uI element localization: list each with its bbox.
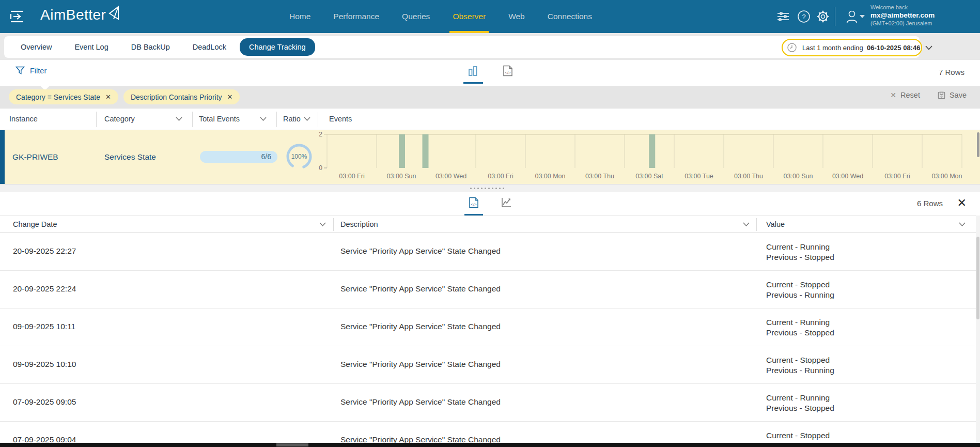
chart-view-icon[interactable]: [463, 63, 483, 82]
user-welcome-text: Welcome back: [870, 4, 935, 11]
tab[interactable]: DeadLock: [183, 38, 236, 56]
user-avatar-icon[interactable]: [845, 9, 859, 24]
brand-logo-icon: [107, 5, 120, 21]
events-timeline-chart[interactable]: 2003:00 Fri03:00 Sun03:00 Wed03:00 Fri03…: [318, 130, 980, 184]
change-value: Current - Running Previous - Stopped: [766, 393, 834, 413]
tab[interactable]: Overview: [11, 38, 61, 56]
instances-grid-header: Instance Category Total Events Ratio Eve…: [0, 108, 980, 130]
col-ratio-caret-icon[interactable]: [304, 117, 310, 121]
row-selection-accent: [0, 130, 5, 184]
horizontal-scrollbar[interactable]: [0, 443, 980, 447]
nav-item[interactable]: Home: [289, 0, 310, 33]
change-row[interactable]: 07-09-2025 09:05 Service "Priority App S…: [0, 384, 980, 422]
filter-chip-row: Category = Services State ✕ Description …: [0, 86, 980, 108]
column-divider: [276, 112, 277, 127]
svg-text:03:00 Thu: 03:00 Thu: [585, 173, 614, 180]
save-button[interactable]: Save: [938, 91, 967, 99]
change-value: Current - Running Previous - Stopped: [766, 242, 834, 263]
value-previous: Previous - Stopped: [766, 328, 834, 338]
nav-item[interactable]: Connections: [548, 0, 592, 33]
nav-item[interactable]: Web: [508, 0, 525, 33]
user-menu-caret-icon[interactable]: [860, 15, 865, 18]
instance-name[interactable]: GK-PRIWEB: [12, 152, 58, 162]
close-detail-icon[interactable]: ✕: [957, 196, 967, 210]
filter-chip[interactable]: Description Contains Priority ✕: [123, 89, 240, 104]
col-instance[interactable]: Instance: [9, 115, 38, 123]
filters-sliders-icon[interactable]: [776, 10, 790, 23]
col-change-date[interactable]: Change Date: [13, 220, 57, 228]
col-description[interactable]: Description: [340, 220, 378, 228]
nav-item[interactable]: Performance: [333, 0, 379, 33]
upper-rows-count: 7 Rows: [939, 68, 965, 76]
col-ratio[interactable]: Ratio: [283, 115, 301, 123]
col-category[interactable]: Category: [104, 115, 135, 123]
col-value-caret-icon[interactable]: [959, 222, 966, 226]
col-events[interactable]: Events: [329, 115, 352, 123]
svg-text:03:00 Mon: 03:00 Mon: [535, 173, 565, 180]
reset-x-icon: ✕: [890, 91, 896, 99]
value-current: Current - Stopped: [766, 355, 834, 365]
col-total-events-caret-icon[interactable]: [260, 117, 267, 121]
change-value: Current - Running Previous - Stopped: [766, 317, 834, 338]
col-value[interactable]: Value: [766, 220, 785, 228]
date-range-caret-icon: [925, 45, 932, 50]
change-description: Service "Priority App Service" State Cha…: [340, 322, 501, 331]
column-divider: [192, 112, 193, 127]
chip-remove-icon[interactable]: ✕: [227, 93, 233, 101]
tab[interactable]: Change Tracking: [240, 38, 315, 56]
value-previous: Previous - Running: [766, 290, 834, 300]
lower-scrollbar-thumb[interactable]: [976, 237, 979, 319]
main-nav: HomePerformanceQueriesObserverWebConnect…: [289, 0, 592, 33]
panel-resize-handle[interactable]: [0, 184, 980, 192]
value-previous: Previous - Stopped: [766, 403, 834, 413]
value-current: Current - Stopped: [766, 430, 834, 441]
ratio-value: 100%: [285, 153, 313, 160]
sidebar-toggle-icon[interactable]: [9, 9, 25, 24]
reset-button[interactable]: ✕ Reset: [890, 91, 920, 99]
column-divider: [756, 218, 757, 231]
detail-chart-view-icon[interactable]: [496, 195, 516, 213]
date-range-text: Last 1 month ending 06-10-2025 08:46: [802, 44, 920, 52]
svg-text:03:00 Fri: 03:00 Fri: [884, 173, 910, 180]
filter-chip[interactable]: Category = Services State ✕: [9, 89, 118, 104]
top-bar: AimBetter HomePerformanceQueriesObserver…: [0, 0, 980, 33]
col-total-events[interactable]: Total Events: [199, 115, 240, 123]
change-row[interactable]: 09-09-2025 10:10 Service "Priority App S…: [0, 346, 980, 384]
help-icon[interactable]: ?: [797, 10, 811, 23]
detail-rows-count: 6 Rows: [917, 199, 943, 208]
change-row[interactable]: 20-09-2025 22:24 Service "Priority App S…: [0, 271, 980, 309]
svg-text:?: ?: [802, 13, 805, 21]
resize-dots-icon: [470, 188, 504, 189]
column-divider: [96, 112, 97, 127]
svg-text:03:00 Sat: 03:00 Sat: [635, 173, 663, 180]
value-current: Current - Running: [766, 242, 834, 252]
svg-text:03:00 Wed: 03:00 Wed: [435, 173, 466, 180]
value-current: Current - Running: [766, 317, 834, 328]
total-events-progress: 6/6: [200, 151, 277, 163]
settings-gear-icon[interactable]: [816, 10, 830, 23]
change-row[interactable]: 09-09-2025 10:11 Service "Priority App S…: [0, 309, 980, 346]
change-row[interactable]: 20-09-2025 22:27 Service "Priority App S…: [0, 233, 980, 271]
svg-text:03:00 Mon: 03:00 Mon: [931, 173, 962, 180]
header-divider: [835, 7, 835, 26]
app-window: AimBetter HomePerformanceQueriesObserver…: [0, 0, 980, 447]
column-divider: [318, 112, 318, 127]
horizontal-scrollbar-thumb[interactable]: [276, 443, 308, 446]
col-category-caret-icon[interactable]: [176, 117, 182, 121]
upper-scrollbar-thumb[interactable]: [977, 132, 979, 157]
nav-item[interactable]: Queries: [402, 0, 430, 33]
col-change-date-caret-icon[interactable]: [319, 222, 326, 226]
tab[interactable]: DB BackUp: [122, 38, 179, 56]
date-range-picker[interactable]: Last 1 month ending 06-10-2025 08:46: [782, 39, 922, 56]
instance-row-gk-priweb[interactable]: GK-PRIWEB Services State 6/6 100% 2003:0…: [0, 130, 980, 184]
user-email: mx@aimbetter.com: [870, 11, 935, 20]
detail-data-view-icon[interactable]: </>: [464, 195, 483, 213]
nav-item[interactable]: Observer: [453, 0, 486, 33]
user-info[interactable]: Welcome back mx@aimbetter.com (GMT+02:00…: [870, 4, 935, 27]
col-description-caret-icon[interactable]: [743, 222, 750, 226]
chip-remove-icon[interactable]: ✕: [105, 93, 111, 101]
data-view-icon[interactable]: </>: [499, 63, 517, 82]
brand-logo[interactable]: AimBetter: [40, 7, 120, 23]
tab[interactable]: Event Log: [65, 38, 117, 56]
instance-category: Services State: [104, 152, 156, 162]
